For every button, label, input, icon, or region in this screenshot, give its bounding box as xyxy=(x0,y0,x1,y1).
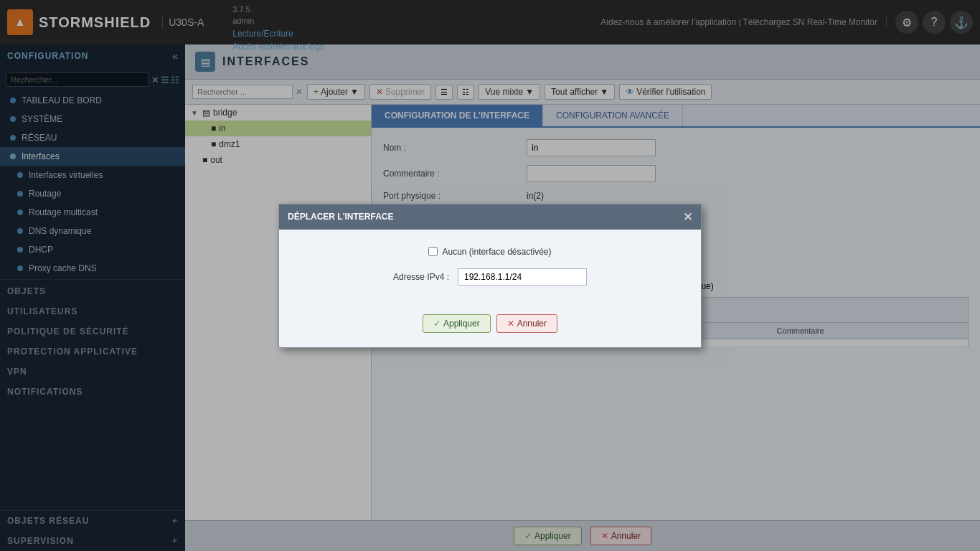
modal-body: Aucun (interface désactivée) Adresse IPv… xyxy=(279,230,701,314)
aucun-label: Aucun (interface désactivée) xyxy=(442,247,551,257)
modal-cancel-btn[interactable]: ✕ Annuler xyxy=(496,314,557,333)
modal-overlay: DÉPLACER L'INTERFACE ✕ Aucun (interface … xyxy=(0,0,980,551)
ipv4-input[interactable] xyxy=(458,268,587,286)
modal-footer: ✓ Appliquer ✕ Annuler xyxy=(279,314,701,347)
ipv4-label: Adresse IPv4 : xyxy=(393,272,449,282)
modal-cancel-x-icon: ✕ xyxy=(507,319,514,329)
modal-apply-btn[interactable]: ✓ Appliquer xyxy=(423,314,491,333)
modal-title: DÉPLACER L'INTERFACE xyxy=(288,212,394,222)
modal-apply-check-icon: ✓ xyxy=(433,319,440,329)
modal-header: DÉPLACER L'INTERFACE ✕ xyxy=(279,204,701,230)
modal-ipv4-row: Adresse IPv4 : xyxy=(301,268,679,286)
modal-checkbox-row: Aucun (interface désactivée) xyxy=(301,247,679,257)
modal-close-btn[interactable]: ✕ xyxy=(683,210,692,224)
modal-dialog: DÉPLACER L'INTERFACE ✕ Aucun (interface … xyxy=(278,204,702,348)
aucun-checkbox[interactable] xyxy=(428,247,438,256)
